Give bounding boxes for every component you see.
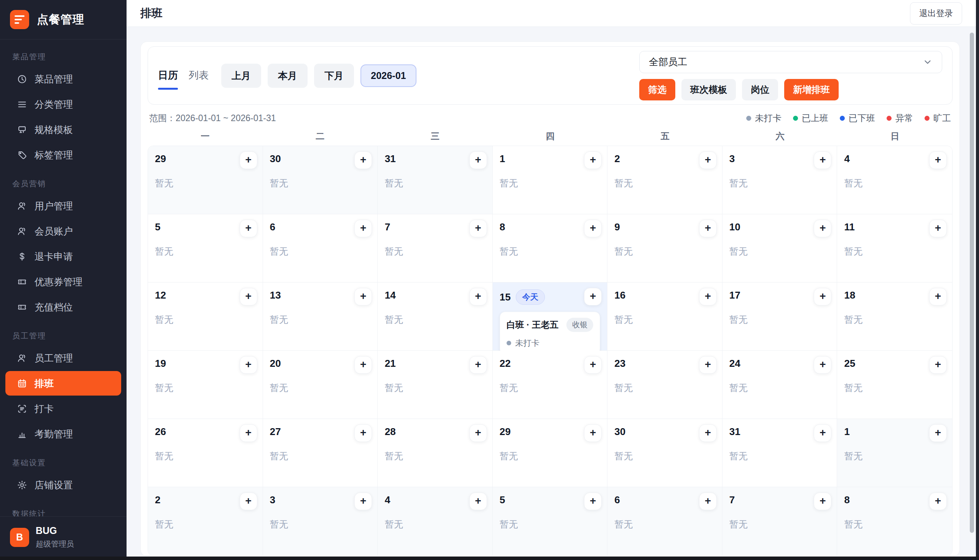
add-shift-button[interactable]: +	[469, 493, 487, 510]
logout-button[interactable]: 退出登录	[910, 2, 962, 25]
add-shift-button[interactable]: +	[929, 424, 947, 442]
filter-panel: 日历 列表 上月 本月 下月 2026-01 全部员工 筛选班次模板岗位新增排班	[148, 47, 952, 105]
add-shift-button[interactable]: +	[469, 356, 487, 374]
add-shift-button[interactable]: +	[469, 220, 487, 237]
day-number: 5	[500, 494, 505, 506]
day-number: 1	[500, 153, 505, 165]
add-shift-button[interactable]: +	[354, 220, 372, 237]
day-number: 2	[614, 153, 620, 165]
employee-filter-select[interactable]: 全部员工	[639, 51, 942, 73]
sidebar-item-label: 规格模板	[35, 123, 73, 136]
calendar-cell: 19+暂无	[148, 351, 263, 419]
add-shift-button[interactable]: +	[929, 356, 947, 374]
add-shift-button[interactable]: +	[814, 356, 831, 374]
day-number: 10	[729, 221, 741, 233]
add-shift-button[interactable]: +	[469, 288, 487, 305]
add-shift-button[interactable]: +	[699, 356, 717, 374]
add-shift-button[interactable]: +	[929, 288, 947, 305]
add-shift-button[interactable]: +	[814, 152, 831, 169]
sidebar-user-panel[interactable]: B BUG 超级管理员	[0, 516, 127, 560]
calendar-grid: 29+暂无30+暂无31+暂无1+暂无2+暂无3+暂无4+暂无5+暂无6+暂无7…	[148, 146, 952, 556]
vertical-scrollbar[interactable]	[970, 33, 974, 533]
add-shift-button[interactable]: +	[699, 220, 717, 237]
prev-month-button[interactable]: 上月	[221, 63, 261, 88]
legend-label: 已上班	[802, 112, 828, 124]
empty-label: 暂无	[729, 382, 830, 394]
sidebar-item-1-1[interactable]: 会员账户	[5, 219, 121, 243]
calendar-cell: 8+暂无	[837, 487, 952, 555]
add-shift-button[interactable]: +	[814, 424, 831, 442]
add-shift-button[interactable]: +	[354, 152, 372, 169]
add-shift-button[interactable]: +	[814, 493, 831, 510]
sidebar-item-1-0[interactable]: 用户管理	[5, 193, 121, 218]
add-shift-button[interactable]: +	[240, 288, 257, 305]
add-shift-button[interactable]: +	[699, 288, 717, 305]
add-shift-button[interactable]: +	[584, 220, 602, 237]
empty-label: 暂无	[614, 450, 715, 462]
empty-label: 暂无	[385, 450, 485, 462]
add-shift-button[interactable]: +	[240, 493, 257, 510]
sidebar-item-2-3[interactable]: 考勤管理	[5, 422, 121, 446]
add-shift-button[interactable]: +	[929, 152, 947, 169]
sidebar-item-2-0[interactable]: 员工管理	[5, 346, 121, 370]
action-button-2[interactable]: 岗位	[742, 79, 778, 100]
add-shift-button[interactable]: +	[469, 424, 487, 442]
empty-label: 暂无	[614, 313, 715, 326]
legend-label: 旷工	[933, 112, 951, 124]
action-button-1[interactable]: 班次模板	[681, 79, 736, 100]
sidebar-item-label: 店铺设置	[35, 479, 73, 492]
add-shift-button[interactable]: +	[240, 424, 257, 442]
add-shift-button[interactable]: +	[240, 152, 257, 169]
sidebar-item-0-3[interactable]: 标签管理	[5, 143, 121, 167]
add-shift-button[interactable]: +	[584, 493, 602, 510]
tab-list[interactable]: 列表	[188, 68, 208, 83]
sidebar-item-0-1[interactable]: 分类管理	[5, 92, 121, 117]
calendar-cell: 14+暂无	[378, 282, 493, 351]
add-shift-button[interactable]: +	[354, 288, 372, 305]
sidebar-item-label: 优惠券管理	[35, 276, 82, 288]
sidebar-item-2-2[interactable]: 打卡	[5, 396, 121, 421]
add-shift-button[interactable]: +	[469, 152, 487, 169]
current-month-button[interactable]: 本月	[268, 63, 307, 88]
sidebar-item-3-0[interactable]: 店铺设置	[5, 473, 121, 497]
action-button-3[interactable]: 新增排班	[784, 79, 839, 100]
add-shift-button[interactable]: +	[354, 356, 372, 374]
add-shift-button[interactable]: +	[699, 152, 717, 169]
add-shift-button[interactable]: +	[240, 220, 257, 237]
add-shift-button[interactable]: +	[814, 288, 831, 305]
sidebar-item-1-4[interactable]: 充值档位	[5, 295, 121, 319]
add-shift-button[interactable]: +	[240, 356, 257, 374]
add-shift-button[interactable]: +	[699, 424, 717, 442]
add-shift-button[interactable]: +	[699, 493, 717, 510]
sidebar-item-1-2[interactable]: 退卡申请	[5, 244, 121, 269]
add-shift-button[interactable]: +	[354, 424, 372, 442]
add-shift-button[interactable]: +	[929, 493, 947, 510]
sidebar-item-label: 标签管理	[35, 149, 73, 162]
tab-calendar[interactable]: 日历	[158, 68, 178, 83]
month-picker[interactable]: 2026-01	[360, 64, 417, 87]
empty-label: 暂无	[155, 245, 256, 258]
add-shift-button[interactable]: +	[814, 220, 831, 237]
add-shift-button[interactable]: +	[584, 152, 602, 169]
calendar-cell: 1+暂无	[837, 419, 952, 487]
add-shift-button[interactable]: +	[584, 424, 602, 442]
sidebar-item-0-0[interactable]: 菜品管理	[5, 67, 121, 91]
action-button-0[interactable]: 筛选	[639, 79, 675, 100]
add-shift-button[interactable]: +	[354, 493, 372, 510]
sidebar-item-2-1[interactable]: 排班	[5, 371, 121, 395]
add-shift-button[interactable]: +	[584, 356, 602, 374]
next-month-button[interactable]: 下月	[314, 63, 354, 88]
sidebar-item-label: 退卡申请	[35, 250, 73, 263]
ticket-icon	[17, 302, 27, 312]
sidebar-item-1-3[interactable]: 优惠券管理	[5, 270, 121, 294]
nav-section-label: 基础设置	[0, 447, 127, 472]
add-shift-button[interactable]: +	[584, 288, 602, 305]
app-logo-hamburger-icon[interactable]	[10, 10, 29, 29]
shift-card[interactable]: 白班 · 王老五收银未打卡	[500, 312, 600, 355]
day-number: 17	[729, 289, 741, 301]
add-shift-button[interactable]: +	[929, 220, 947, 237]
empty-label: 暂无	[270, 450, 371, 462]
day-number: 24	[729, 358, 741, 370]
sidebar-item-0-2[interactable]: 规格模板	[5, 117, 121, 142]
sidebar-header: 点餐管理	[0, 0, 127, 40]
